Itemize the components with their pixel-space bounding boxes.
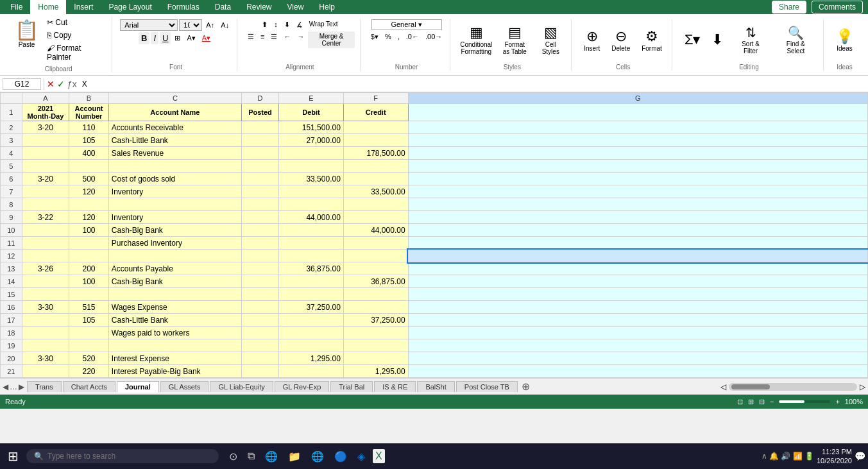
col-D-header[interactable]: D <box>241 93 278 104</box>
scroll-right-button[interactable]: ▶ <box>19 382 24 391</box>
taskbar-edge2-icon[interactable]: ◈ <box>355 448 368 465</box>
cell-credit-18[interactable] <box>343 327 408 339</box>
cell-posted-21[interactable] <box>241 365 278 378</box>
taskbar-excel-icon[interactable]: X <box>373 449 385 463</box>
cell-debit-5[interactable] <box>279 160 344 173</box>
cell-g19[interactable] <box>408 339 867 352</box>
sheet-scroll-left-icon[interactable]: ◁ <box>720 382 726 391</box>
sort-filter-button[interactable]: ⇅ Sort & Filter <box>730 22 770 58</box>
cell-credit-14[interactable]: 36,875.00 <box>343 275 408 288</box>
delete-button[interactable]: ⊖ Delete <box>607 22 634 58</box>
zoom-level-display[interactable]: 100% <box>845 398 863 405</box>
align-left-button[interactable]: ☰ <box>245 31 257 48</box>
cell-acct-19[interactable] <box>69 339 109 352</box>
cell-debit-18[interactable] <box>279 327 344 339</box>
cell-acct-16[interactable]: 515 <box>69 301 109 314</box>
formula-input[interactable] <box>80 80 865 89</box>
decrease-font-button[interactable]: A↓ <box>218 20 232 30</box>
scroll-dots-button[interactable]: … <box>10 382 17 391</box>
increase-decimal-button[interactable]: .00→ <box>423 31 445 42</box>
cell-debit-19[interactable] <box>279 339 344 352</box>
col-F-header[interactable]: F <box>343 93 408 104</box>
sheet-tab-gl-liab-equity[interactable]: GL Liab-Equity <box>210 381 273 392</box>
cell-credit-2[interactable] <box>343 121 408 134</box>
cell-g21[interactable] <box>408 365 867 378</box>
cell-g15[interactable] <box>408 288 867 301</box>
cell-name-5[interactable] <box>108 160 241 173</box>
cell-acct-21[interactable]: 220 <box>69 365 109 378</box>
tab-help[interactable]: Help <box>311 0 343 14</box>
header-debit[interactable]: Debit <box>279 104 344 121</box>
align-top-button[interactable]: ⬆ <box>259 19 270 30</box>
cell-date-8[interactable] <box>22 198 69 211</box>
percent-button[interactable]: % <box>382 31 394 42</box>
cell-g2[interactable] <box>408 121 867 134</box>
cell-credit-13[interactable] <box>343 262 408 275</box>
cell-date-11[interactable] <box>22 237 69 250</box>
share-button[interactable]: Share <box>772 1 806 13</box>
find-select-button[interactable]: 🔍 Find & Select <box>774 22 818 58</box>
cell-reference-box[interactable] <box>3 78 41 90</box>
col-E-header[interactable]: E <box>279 93 344 104</box>
decrease-decimal-button[interactable]: .0← <box>404 31 421 42</box>
underline-button[interactable]: U <box>160 32 171 44</box>
cell-debit-12[interactable] <box>279 250 344 262</box>
taskbar-ie-icon[interactable]: 🌐 <box>309 448 327 465</box>
cell-name-8[interactable] <box>108 198 241 211</box>
cell-credit-19[interactable] <box>343 339 408 352</box>
header-posted[interactable]: Posted <box>241 104 278 121</box>
cell-posted-11[interactable] <box>241 237 278 250</box>
bold-button[interactable]: B <box>139 32 149 44</box>
cell-credit-15[interactable] <box>343 288 408 301</box>
tab-insert[interactable]: Insert <box>66 0 101 14</box>
cell-g9[interactable] <box>408 211 867 224</box>
font-color-button[interactable]: A▾ <box>200 33 213 44</box>
taskbar-cortana-icon[interactable]: ⊙ <box>226 448 240 465</box>
cell-name-11[interactable]: Purchased Inventory <box>108 237 241 250</box>
cell-acct-13[interactable]: 200 <box>69 262 109 275</box>
cell-date-17[interactable] <box>22 314 69 327</box>
cell-g4[interactable] <box>408 147 867 160</box>
copy-button[interactable]: ⎘ Copy <box>44 30 106 41</box>
cell-g8[interactable] <box>408 198 867 211</box>
cell-debit-14[interactable] <box>279 275 344 288</box>
cell-posted-8[interactable] <box>241 198 278 211</box>
cell-debit-9[interactable]: 44,000.00 <box>279 211 344 224</box>
cell-date-21[interactable] <box>22 365 69 378</box>
tab-review[interactable]: Review <box>239 0 279 14</box>
cell-posted-13[interactable] <box>241 262 278 275</box>
sum-button[interactable]: Σ▾ <box>680 22 705 58</box>
cell-credit-12[interactable] <box>343 250 408 262</box>
cell-g20[interactable] <box>408 352 867 365</box>
cell-acct-20[interactable]: 520 <box>69 352 109 365</box>
cell-acct-15[interactable] <box>69 288 109 301</box>
fill-button[interactable]: ⬇ <box>707 22 728 58</box>
cell-posted-20[interactable] <box>241 352 278 365</box>
sheet-tab-trial-bal[interactable]: Trial Bal <box>330 381 373 392</box>
decrease-indent-button[interactable]: ← <box>281 31 293 48</box>
sheet-tab-balsht[interactable]: BalSht <box>417 381 454 392</box>
cell-acct-14[interactable]: 100 <box>69 275 109 288</box>
cell-debit-13[interactable]: 36,875.00 <box>279 262 344 275</box>
sheet-tab-trans[interactable]: Trans <box>27 381 62 392</box>
cell-g17[interactable] <box>408 314 867 327</box>
notification-icon[interactable]: 💬 <box>855 451 865 461</box>
cell-posted-17[interactable] <box>241 314 278 327</box>
cell-date-19[interactable] <box>22 339 69 352</box>
wrap-text-button[interactable]: Wrap Text <box>307 19 341 30</box>
cell-credit-8[interactable] <box>343 198 408 211</box>
cell-date-2[interactable]: 3-20 <box>22 121 69 134</box>
font-size-select[interactable]: 10 <box>179 19 202 31</box>
cell-acct-8[interactable] <box>69 198 109 211</box>
cell-name-4[interactable]: Sales Revenue <box>108 147 241 160</box>
cell-acct-11[interactable] <box>69 237 109 250</box>
cell-name-17[interactable]: Cash-Little Bank <box>108 314 241 327</box>
cell-g10[interactable] <box>408 224 867 237</box>
cell-name-20[interactable]: Interest Expense <box>108 352 241 365</box>
cell-credit-20[interactable] <box>343 352 408 365</box>
cell-g13[interactable] <box>408 262 867 275</box>
cell-date-18[interactable] <box>22 327 69 339</box>
cell-acct-10[interactable]: 100 <box>69 224 109 237</box>
cell-name-21[interactable]: Interest Payable-Big Bank <box>108 365 241 378</box>
taskbar-clock[interactable]: 11:23 PM 10/26/2020 <box>817 447 852 466</box>
